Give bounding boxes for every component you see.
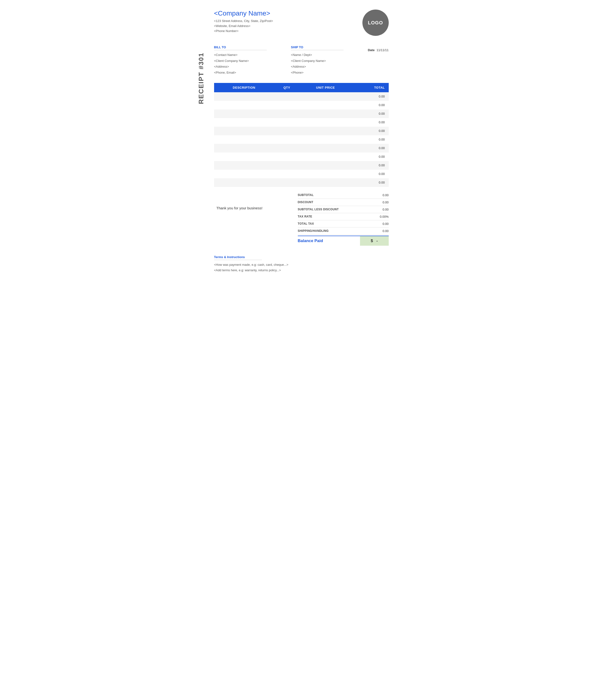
total-tax-row: TOTAL TAX 0.00: [298, 220, 389, 227]
ship-to-phone: <Phone>: [291, 70, 368, 76]
cell-total: 0.00: [351, 161, 389, 170]
cell-total: 0.00: [351, 135, 389, 144]
cell-description: [214, 144, 274, 152]
cell-qty: [274, 152, 300, 161]
header: <Company Name> <123 Street Address, City…: [214, 9, 389, 36]
invoice-table: DESCRIPTION QTY UNIT PRICE TOTAL 0.000.0…: [214, 83, 389, 187]
cell-total: 0.00: [351, 127, 389, 135]
cell-description: [214, 101, 274, 110]
table-row: 0.00: [214, 92, 389, 101]
table-row: 0.00: [214, 118, 389, 127]
bill-to-block: BILL TO <Contact Name> <Client Company N…: [214, 45, 291, 76]
subtotal-label: SUBTOTAL: [298, 193, 314, 197]
company-address: <123 Street Address, City, State, Zip/Po…: [214, 18, 273, 24]
bill-to-contact: <Contact Name>: [214, 52, 291, 58]
cell-unit-price: [300, 92, 351, 101]
total-tax-value: 0.00: [383, 222, 389, 226]
cell-qty: [274, 170, 300, 178]
cell-qty: [274, 161, 300, 170]
terms-section: Terms & Instructions <How was payment ma…: [214, 255, 389, 273]
table-row: 0.00: [214, 178, 389, 187]
tax-rate-value: 0.00%: [380, 215, 389, 218]
col-qty: QTY: [274, 83, 300, 92]
col-total: TOTAL: [351, 83, 389, 92]
col-unit-price: UNIT PRICE: [300, 83, 351, 92]
cell-description: [214, 92, 274, 101]
cell-qty: [274, 178, 300, 187]
subtotal-less-discount-row: SUBTOTAL LESS DISCOUNT 0.00: [298, 206, 389, 213]
discount-label: DISCOUNT: [298, 201, 313, 204]
cell-unit-price: [300, 178, 351, 187]
cell-description: [214, 127, 274, 135]
cell-unit-price: [300, 170, 351, 178]
thank-you-message: Thank you for your business!: [214, 192, 263, 210]
ship-to-address: <Address>: [291, 64, 368, 70]
shipping-row: SHIPPING/HANDLING 0.00: [298, 227, 389, 235]
balance-currency: $: [371, 238, 373, 243]
table-row: 0.00: [214, 101, 389, 110]
tax-rate-label: TAX RATE: [298, 215, 312, 218]
summary-section: Thank you for your business! SUBTOTAL 0.…: [214, 192, 389, 246]
bill-to-address: <Address>: [214, 64, 291, 70]
cell-unit-price: [300, 135, 351, 144]
receipt-number: RECEIPT #301: [197, 53, 205, 104]
balance-amount: -: [376, 238, 378, 243]
cell-qty: [274, 144, 300, 152]
cell-qty: [274, 110, 300, 118]
cell-qty: [274, 135, 300, 144]
total-tax-label: TOTAL TAX: [298, 222, 314, 226]
cell-unit-price: [300, 101, 351, 110]
bill-to-phone-email: <Phone, Email>: [214, 70, 291, 76]
cell-description: [214, 178, 274, 187]
subtotal-less-discount-label: SUBTOTAL LESS DISCOUNT: [298, 208, 339, 211]
table-row: 0.00: [214, 144, 389, 152]
date-section: Date 11/11/11: [368, 45, 389, 76]
bill-to-company: <Client Company Name>: [214, 58, 291, 64]
table-row: 0.00: [214, 170, 389, 178]
cell-total: 0.00: [351, 110, 389, 118]
cell-qty: [274, 101, 300, 110]
ship-to-company: <Client Company Name>: [291, 58, 368, 64]
shipping-label: SHIPPING/HANDLING: [298, 229, 329, 233]
cell-unit-price: [300, 161, 351, 170]
ship-to-name-dept: <Name / Dept>: [291, 52, 368, 58]
cell-description: [214, 135, 274, 144]
company-website-email: <Website, Email Address>: [214, 24, 273, 29]
cell-total: 0.00: [351, 178, 389, 187]
discount-value: 0.00: [383, 201, 389, 204]
ship-to-block: SHIP TO <Name / Dept> <Client Company Na…: [291, 45, 368, 76]
cell-description: [214, 170, 274, 178]
subtotal-value: 0.00: [383, 193, 389, 197]
cell-total: 0.00: [351, 118, 389, 127]
cell-unit-price: [300, 110, 351, 118]
cell-description: [214, 118, 274, 127]
company-phone: <Phone Number>: [214, 29, 273, 34]
cell-description: [214, 161, 274, 170]
cell-unit-price: [300, 152, 351, 161]
company-name: <Company Name>: [214, 9, 273, 17]
cell-unit-price: [300, 144, 351, 152]
subtotal-less-discount-value: 0.00: [383, 208, 389, 211]
tax-rate-row: TAX RATE 0.00%: [298, 213, 389, 220]
cell-qty: [274, 92, 300, 101]
terms-line-2: <Add terms here, e.g: warranty, returns …: [214, 267, 389, 273]
cell-description: [214, 110, 274, 118]
cell-qty: [274, 118, 300, 127]
subtotal-row: SUBTOTAL 0.00: [298, 192, 389, 199]
cell-qty: [274, 127, 300, 135]
cell-total: 0.00: [351, 144, 389, 152]
cell-total: 0.00: [351, 92, 389, 101]
balance-value: $ -: [360, 236, 389, 246]
table-row: 0.00: [214, 161, 389, 170]
ship-to-label: SHIP TO: [291, 45, 344, 50]
balance-label: Balance Paid: [298, 236, 323, 246]
table-row: 0.00: [214, 127, 389, 135]
summary-table: SUBTOTAL 0.00 DISCOUNT 0.00 SUBTOTAL LES…: [298, 192, 389, 246]
cell-total: 0.00: [351, 152, 389, 161]
table-header-row: DESCRIPTION QTY UNIT PRICE TOTAL: [214, 83, 389, 92]
date-value: 11/11/11: [377, 48, 389, 52]
terms-line-1: <How was payment made, e.g: cash, card, …: [214, 262, 389, 267]
cell-total: 0.00: [351, 101, 389, 110]
cell-total: 0.00: [351, 170, 389, 178]
discount-row: DISCOUNT 0.00: [298, 199, 389, 206]
